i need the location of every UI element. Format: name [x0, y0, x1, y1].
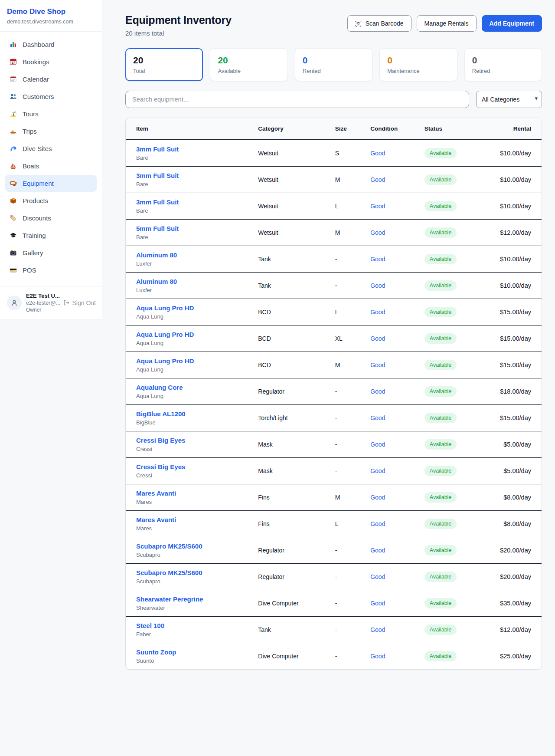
- stat-card-retired[interactable]: 0Retired: [464, 48, 542, 81]
- table-row: Cressi Big EyesCressiMask-GoodAvailable$…: [126, 431, 542, 457]
- manage-rentals-button[interactable]: Manage Rentals: [417, 15, 477, 32]
- item-category: BCD: [258, 362, 271, 368]
- item-brand: Bare: [136, 234, 251, 240]
- item-name-link[interactable]: Cressi Big Eyes: [136, 437, 251, 444]
- item-name-link[interactable]: Aqualung Core: [136, 384, 251, 391]
- sidebar-item-trips[interactable]: Trips: [5, 123, 97, 140]
- condition-link[interactable]: Good: [370, 256, 385, 263]
- condition-link[interactable]: Good: [370, 150, 385, 157]
- item-category: Dive Computer: [258, 653, 298, 660]
- sidebar-item-training[interactable]: Training: [5, 227, 97, 244]
- add-equipment-button[interactable]: Add Equipment: [482, 15, 542, 32]
- condition-link[interactable]: Good: [370, 282, 385, 289]
- col-header-status: Status: [421, 118, 490, 140]
- sidebar-item-equipment[interactable]: Equipment: [5, 175, 97, 192]
- item-category: Tank: [258, 256, 271, 263]
- table-row: 3mm Full SuitBareWetsuitSGoodAvailable$1…: [126, 140, 542, 166]
- stat-card-rented[interactable]: 0Rented: [295, 48, 372, 81]
- sidebar-item-label: Dive Sites: [23, 145, 52, 152]
- sidebar-item-boats[interactable]: Boats: [5, 158, 97, 174]
- condition-link[interactable]: Good: [370, 309, 385, 316]
- condition-link[interactable]: Good: [370, 547, 385, 554]
- sidebar-item-gallery[interactable]: Gallery: [5, 244, 97, 261]
- sidebar-item-pos[interactable]: POS: [5, 262, 97, 279]
- stat-card-total[interactable]: 20Total: [125, 48, 203, 81]
- search-input[interactable]: [125, 91, 469, 108]
- sidebar-item-label: Discounts: [23, 214, 51, 222]
- item-name-link[interactable]: 3mm Full Suit: [136, 198, 251, 206]
- sidebar-item-customers[interactable]: Customers: [5, 88, 97, 105]
- condition-link[interactable]: Good: [370, 414, 385, 421]
- item-name-link[interactable]: Aqua Lung Pro HD: [136, 304, 251, 312]
- condition-link[interactable]: Good: [370, 335, 385, 342]
- status-badge: Available: [424, 545, 457, 555]
- trips-icon: [10, 128, 17, 135]
- item-name-link[interactable]: Steel 100: [136, 622, 251, 629]
- table-header-row: Item Category Size Condition Status Rent…: [126, 118, 542, 140]
- item-name-link[interactable]: Scubapro MK25/S600: [136, 569, 251, 576]
- item-name-link[interactable]: Aluminum 80: [136, 251, 251, 259]
- sidebar-item-dive-sites[interactable]: Dive Sites: [5, 140, 97, 157]
- condition-link[interactable]: Good: [370, 362, 385, 368]
- condition-link[interactable]: Good: [370, 520, 385, 527]
- condition-link[interactable]: Good: [370, 573, 385, 580]
- sidebar-item-dashboard[interactable]: Dashboard: [5, 36, 97, 53]
- condition-link[interactable]: Good: [370, 494, 385, 501]
- scan-barcode-button[interactable]: Scan Barcode: [347, 15, 411, 32]
- item-brand: Bare: [136, 207, 251, 214]
- item-name-link[interactable]: Aqua Lung Pro HD: [136, 331, 251, 338]
- condition-link[interactable]: Good: [370, 203, 385, 210]
- condition-link[interactable]: Good: [370, 653, 385, 660]
- item-category: Wetsuit: [258, 229, 278, 236]
- item-name-link[interactable]: Mares Avanti: [136, 516, 251, 523]
- status-badge: Available: [424, 598, 457, 608]
- sidebar-item-bookings[interactable]: 17Bookings: [5, 53, 97, 70]
- sidebar-item-products[interactable]: Products: [5, 192, 97, 209]
- rental-price: $10.00/day: [500, 176, 531, 183]
- item-name-link[interactable]: 3mm Full Suit: [136, 145, 251, 153]
- sidebar-item-calendar[interactable]: Calendar: [5, 71, 97, 88]
- item-name-link[interactable]: Aqua Lung Pro HD: [136, 357, 251, 365]
- item-name-link[interactable]: BigBlue AL1200: [136, 410, 251, 417]
- item-name-link[interactable]: Scubapro MK25/S600: [136, 542, 251, 550]
- sidebar-item-discounts[interactable]: Discounts: [5, 210, 97, 227]
- condition-link[interactable]: Good: [370, 467, 385, 474]
- item-size: -: [335, 282, 337, 289]
- rental-price: $10.00/day: [500, 256, 531, 263]
- stat-label-maintenance: Maintenance: [387, 68, 449, 74]
- condition-link[interactable]: Good: [370, 388, 385, 395]
- sidebar-item-label: Gallery: [23, 249, 43, 256]
- stat-card-maintenance[interactable]: 0Maintenance: [379, 48, 457, 81]
- condition-link[interactable]: Good: [370, 626, 385, 633]
- stat-card-available[interactable]: 20Available: [210, 48, 287, 81]
- item-size: -: [335, 441, 337, 448]
- condition-link[interactable]: Good: [370, 441, 385, 448]
- condition-link[interactable]: Good: [370, 176, 385, 183]
- condition-link[interactable]: Good: [370, 600, 385, 607]
- status-badge: Available: [424, 201, 457, 211]
- table-row: Aqua Lung Pro HDAqua LungBCDLGoodAvailab…: [126, 299, 542, 325]
- sign-out-button[interactable]: Sign Out: [63, 299, 96, 306]
- condition-link[interactable]: Good: [370, 229, 385, 236]
- item-name-link[interactable]: Shearwater Peregrine: [136, 595, 251, 603]
- item-brand: Luxfer: [136, 260, 251, 267]
- item-name-link[interactable]: Suunto Zoop: [136, 648, 251, 656]
- sidebar-item-label: Customers: [23, 93, 54, 100]
- rental-price: $10.00/day: [500, 203, 531, 210]
- item-name-link[interactable]: 5mm Full Suit: [136, 225, 251, 232]
- rental-price: $8.00/day: [503, 494, 531, 501]
- header-actions: Scan Barcode Manage Rentals Add Equipmen…: [347, 14, 542, 32]
- item-name-link[interactable]: Aluminum 80: [136, 278, 251, 285]
- status-badge: Available: [424, 333, 457, 344]
- sidebar-item-tours[interactable]: Tours: [5, 105, 97, 122]
- table-row: Aluminum 80LuxferTank-GoodAvailable$10.0…: [126, 272, 542, 299]
- item-size: M: [335, 494, 340, 501]
- item-name-link[interactable]: Mares Avanti: [136, 490, 251, 497]
- item-size: -: [335, 256, 337, 263]
- gallery-icon: [10, 249, 17, 256]
- category-select[interactable]: All Categories: [476, 91, 542, 108]
- item-brand: Mares: [136, 499, 251, 505]
- item-name-link[interactable]: 3mm Full Suit: [136, 172, 251, 179]
- item-category: Wetsuit: [258, 176, 278, 183]
- item-name-link[interactable]: Cressi Big Eyes: [136, 463, 251, 470]
